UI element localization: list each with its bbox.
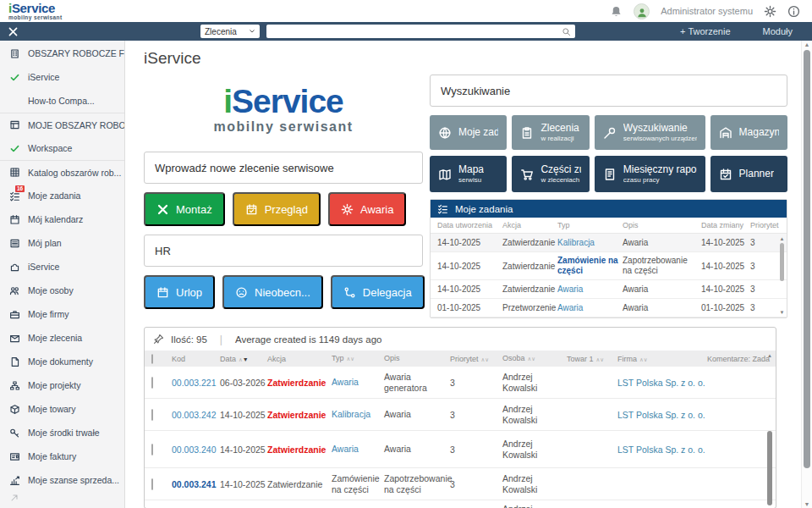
create-button[interactable]: + Tworzenie: [680, 26, 730, 36]
sort-icons[interactable]: ∧▼: [239, 356, 249, 362]
tasks-scrollbar[interactable]: ▲ ▼: [779, 236, 785, 315]
sidebar-item-moje-zlecenia[interactable]: Moje zlecenia: [0, 326, 124, 350]
montaz-button[interactable]: Montaż: [144, 192, 225, 226]
close-icon[interactable]: [8, 26, 19, 37]
sidebar-item-moje-firmy[interactable]: Moje firmy: [0, 302, 124, 326]
scroll-down-icon[interactable]: ▼: [780, 310, 785, 315]
scroll-up-icon[interactable]: ▲: [802, 41, 812, 47]
tile-miesieczny-raport[interactable]: Miesięczny raportczasu pracy: [595, 156, 705, 192]
sidebar-item-moje-projekty[interactable]: Moje projekty: [0, 373, 124, 397]
sidebar-item-iservice[interactable]: iService: [0, 255, 124, 279]
task-type-link[interactable]: Awaria: [557, 303, 623, 313]
current-user-label: Administrator systemu: [661, 6, 753, 16]
tile-moje-zadania[interactable]: Moje zad...: [430, 115, 507, 150]
hr-input[interactable]: [144, 235, 423, 267]
task-type-link[interactable]: Kalibracja: [557, 238, 623, 248]
scrollbar-thumb[interactable]: [804, 50, 810, 468]
sidebar-item-moje-zadania[interactable]: 16Moje zadania: [0, 184, 124, 207]
awaria-button[interactable]: Awaria: [328, 192, 407, 226]
sidebar-item-workspace[interactable]: Workspace: [0, 136, 124, 160]
sort-icons[interactable]: ∧∨: [528, 356, 536, 362]
order-type-link[interactable]: Awaria: [332, 444, 384, 455]
sort-icons[interactable]: ∧∨: [347, 356, 355, 362]
task-row[interactable]: 14-10-2025 Zatwierdzanie Kalibracja Awar…: [431, 234, 787, 252]
task-row[interactable]: 01-10-2025 Przetworzenie Awaria Awaria 0…: [431, 299, 787, 318]
scrollbar-thumb[interactable]: [780, 243, 784, 281]
sidebar-item-moje-szanse[interactable]: Moje szanse sprzeda...: [0, 468, 124, 492]
sidebar-item-moje-faktury[interactable]: Moje faktury: [0, 444, 124, 468]
row-checkbox[interactable]: [151, 478, 153, 490]
sidebar-item-moj-kalendarz[interactable]: Mój kalendarz: [0, 207, 124, 231]
company-link[interactable]: LST Polska Sp. z o. o.: [617, 444, 707, 455]
sidebar-item-moje-dokumenty[interactable]: Moje dokumenty: [0, 350, 124, 373]
tile-wyszukiwanie-urzadzen[interactable]: Wyszukiwanieserwisowanych urządzeń: [595, 115, 705, 150]
tile-zlecenia-w-realizacji[interactable]: Zleceniaw realizacji: [512, 115, 589, 150]
tile-planner[interactable]: Planner: [710, 156, 787, 192]
info-icon[interactable]: [787, 5, 800, 18]
entity-dropdown[interactable]: Zlecenia: [200, 25, 260, 38]
avatar[interactable]: [634, 3, 650, 19]
orders-table-header: Kod Data∧▼ Akcja Typ∧∨ Opis Priorytet∧∨ …: [145, 351, 776, 367]
order-type-link[interactable]: Awaria: [332, 377, 384, 388]
settings-gear-icon[interactable]: [764, 5, 776, 18]
scrollbar-thumb[interactable]: [767, 431, 772, 505]
scroll-up-icon[interactable]: ▲: [780, 236, 785, 241]
logo-subtitle: mobilny serwisant: [8, 15, 63, 21]
search-icon[interactable]: [562, 27, 571, 36]
globe-icon: [438, 126, 452, 140]
global-search-input[interactable]: [271, 25, 562, 37]
page-scrollbar[interactable]: ▲ ▼: [801, 41, 812, 508]
app-header: iService mobilny serwisant Administrator…: [0, 0, 812, 22]
orders-average-label: Average created is 1149 days ago: [235, 334, 381, 345]
row-checkbox[interactable]: [151, 409, 153, 421]
table-row[interactable]: 00.003.242 14-10-2025 Zatwierdzanie Kali…: [145, 399, 776, 431]
order-type-link[interactable]: Zamówienie na części: [332, 473, 384, 494]
notifications-bell-icon[interactable]: [610, 5, 623, 18]
global-search: [266, 25, 575, 38]
sidebar-item-iservice-workspace[interactable]: iService: [0, 65, 124, 89]
sidebar-item-moj-plan[interactable]: Mój plan: [0, 231, 124, 255]
scroll-down-icon[interactable]: ▼: [802, 501, 812, 507]
workspace-search-input[interactable]: [430, 75, 787, 107]
row-checkbox[interactable]: [151, 377, 153, 389]
sort-icons[interactable]: ∧∨: [596, 356, 605, 362]
sidebar-item-moje-srodki-trwale[interactable]: Moje środki trwałe: [0, 421, 124, 444]
delegacja-button[interactable]: Delegacja: [331, 275, 425, 309]
orders-scrollbar[interactable]: ▲: [766, 353, 773, 505]
select-all-checkbox[interactable]: [151, 354, 153, 364]
row-checkbox[interactable]: [151, 444, 153, 456]
table-row[interactable]: 00.003.240 14-10-2025 Zatwierdzanie Awar…: [145, 431, 776, 468]
order-code-link[interactable]: 00.003.242: [172, 410, 220, 420]
sort-icons[interactable]: ∧∨: [481, 356, 490, 362]
sidebar-item-howto[interactable]: How-to Compa...: [0, 89, 124, 113]
company-link[interactable]: LST Polska Sp. z o. o.: [617, 410, 707, 420]
nieobecnosc-button[interactable]: Nieobecn...: [222, 275, 323, 309]
table-row[interactable]: Andrzej Kowalski: [145, 500, 776, 508]
urlop-button[interactable]: Urlop: [144, 275, 215, 309]
sidebar-item-moje-towary[interactable]: Moje towary: [0, 397, 124, 421]
table-row[interactable]: 00.003.241 14-10-2025 Zatwierdzanie Zamó…: [145, 468, 776, 500]
sidebar-item-katalog[interactable]: Katalog obszarów rob...: [0, 160, 124, 184]
tile-mapa-serwisu[interactable]: Mapaserwisu: [430, 156, 507, 192]
tile-magazyn[interactable]: Magazyn: [710, 115, 787, 150]
modules-button[interactable]: Moduły: [763, 26, 793, 36]
company-link[interactable]: LST Polska Sp. z o. o.: [617, 378, 707, 388]
task-type-link[interactable]: Zamówienie na części: [557, 256, 623, 276]
sort-icons[interactable]: ∧∨: [639, 356, 648, 362]
order-code-link[interactable]: 00.003.221: [172, 378, 220, 388]
task-row[interactable]: 14-10-2025 Zatwierdzanie Zamówienie na c…: [431, 252, 787, 280]
task-type-link[interactable]: Awaria: [557, 284, 623, 295]
tile-czesci-zuzyte[interactable]: Części zu...w zleceniach: [512, 156, 589, 192]
expand-diagonal-arrow-icon[interactable]: [9, 493, 19, 503]
sidebar-item-obszary-robocze-firmy[interactable]: OBSZARY ROBOCZE FIRMY: [0, 41, 124, 65]
task-row[interactable]: 14-10-2025 Zatwierdzanie Awaria Awaria 1…: [431, 280, 787, 299]
new-service-order-input[interactable]: [144, 152, 423, 184]
order-code-link[interactable]: 00.003.241: [172, 479, 220, 489]
order-code-link[interactable]: 00.003.240: [172, 444, 220, 455]
sidebar-item-moje-obszary[interactable]: MOJE OBSZARY ROBOCZE: [0, 113, 124, 136]
przeglad-button[interactable]: Przegląd: [233, 192, 321, 226]
order-type-link[interactable]: Kalibracja: [332, 409, 384, 420]
table-row[interactable]: 00.003.221 06-03-2026 Zatwierdzanie Awar…: [145, 367, 776, 399]
scroll-up-icon[interactable]: ▲: [767, 353, 772, 358]
sidebar-item-moje-osoby[interactable]: Moje osoby: [0, 279, 124, 302]
